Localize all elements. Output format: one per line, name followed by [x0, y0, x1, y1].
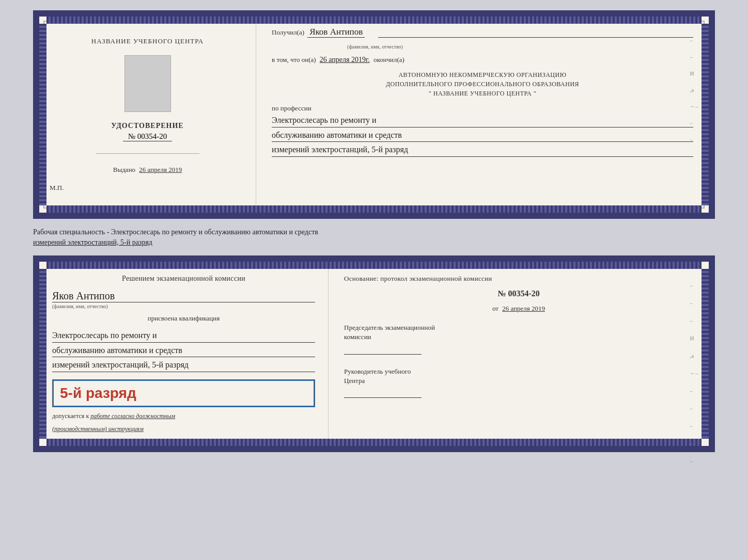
dopusk-line: допускается к работе согласно должностны…	[52, 412, 315, 420]
director-label: Руководитель учебного Центра	[344, 367, 693, 386]
bottom-right-marks: – – – И ,а ←– – – – – –	[690, 282, 699, 464]
border-bottom	[46, 205, 702, 213]
recipient-prefix: Получил(а)	[272, 28, 304, 37]
completion-date: 26 апреля 2019г.	[320, 56, 370, 63]
dopusk-label: допускается к	[52, 412, 89, 420]
osnov-label: Основание: протокол экзаменационной коми…	[344, 275, 693, 283]
komissia-title: Решением экзаменационной комиссии	[52, 275, 315, 283]
recipient-name: Яков Антипов	[307, 27, 365, 38]
cert-number-block: УДОСТОВЕРЕНИЕ № 00354-20	[111, 122, 183, 141]
cert-number: № 00354-20	[123, 132, 173, 141]
ot-line: от 26 апреля 2019	[344, 305, 693, 313]
director-signature-line	[344, 388, 422, 398]
ot-prefix: от	[492, 305, 498, 312]
dopusk-line2: (производственным) инструкциям	[52, 425, 315, 433]
rank-text: 5-й разряд	[60, 385, 136, 401]
prisvoena-label: присвоена квалификация	[52, 314, 315, 323]
right-marks: – – И ,а ←– – –	[690, 37, 699, 142]
profession-line3: измерений электростанций, 5-й разряд	[272, 143, 693, 157]
school-name-left: НАЗВАНИЕ УЧЕБНОГО ЦЕНТРА	[91, 37, 204, 45]
date-suffix: окончил(а)	[373, 56, 404, 63]
issued-date: 26 апреля 2019	[139, 166, 182, 173]
profession-line2: обслуживанию автоматики и средств	[272, 129, 693, 142]
org-block: АВТОНОМНУЮ НЕКОММЕРЧЕСКУЮ ОРГАНИЗАЦИЮ ДО…	[272, 70, 693, 98]
person-block: Яков Антипов (фамилия, имя, отчество)	[52, 290, 315, 309]
ot-date: 26 апреля 2019	[502, 305, 545, 312]
border-bottom-top	[46, 262, 702, 269]
certificate-top: НАЗВАНИЕ УЧЕБНОГО ЦЕНТРА УДОСТОВЕРЕНИЕ №…	[33, 10, 715, 219]
qual-line2: обслуживанию автоматики и средств	[52, 344, 315, 358]
rank-box: 5-й разряд	[52, 379, 315, 407]
recipient-hint: (фамилия, имя, отчество)	[303, 44, 447, 50]
profession-line1: Электрослесарь по ремонту и	[272, 114, 693, 127]
border-left	[39, 24, 46, 205]
issued-label: Выдано	[113, 166, 135, 173]
udost-label: УДОСТОВЕРЕНИЕ	[111, 122, 183, 130]
certificate-bottom: Решением экзаменационной комиссии Яков А…	[33, 255, 715, 452]
middle-line1: Рабочая специальность - Электрослесарь п…	[33, 227, 715, 237]
separator-line	[96, 153, 199, 154]
bottom-right-panel: Основание: протокол экзаменационной коми…	[329, 262, 709, 446]
protocol-num: № 00354-20	[344, 289, 693, 298]
border-bottom-bottom	[46, 439, 702, 446]
qual-line1: Электрослесарь по ремонту и	[52, 329, 315, 343]
chairman-label: Председатель экзаменационной комиссии	[344, 323, 693, 342]
org-line1: АВТОНОМНУЮ НЕКОММЕРЧЕСКУЮ ОРГАНИЗАЦИЮ	[272, 70, 693, 79]
org-line2: ДОПОЛНИТЕЛЬНОГО ПРОФЕССИОНАЛЬНОГО ОБРАЗО…	[272, 79, 693, 89]
recipient-underline	[378, 37, 693, 38]
person-hint: (фамилия, имя, отчество)	[52, 302, 315, 309]
profession-block: по профессии Электрослесарь по ремонту и…	[272, 104, 693, 157]
person-name: Яков Антипов	[52, 290, 115, 301]
mp-label: М.П.	[50, 184, 64, 192]
middle-description: Рабочая специальность - Электрослесарь п…	[33, 227, 715, 247]
dopusk-italic: работе согласно должностным	[90, 412, 175, 420]
qual-line3: измерений электростанций, 5-й разряд	[52, 358, 315, 372]
certificate-right-panel: Получил(а) Яков Антипов (фамилия, имя, о…	[256, 17, 709, 213]
date-line: в том, что он(а) 26 апреля 2019г. окончи…	[272, 56, 693, 64]
border-bottom-left	[39, 269, 46, 439]
border-bottom-right	[702, 269, 709, 439]
dopusk-italic2: (производственным) инструкциям	[52, 425, 144, 433]
chairman-signature-line	[344, 344, 422, 355]
photo-placeholder	[124, 55, 171, 112]
director-block: Руководитель учебного Центра	[344, 367, 693, 400]
issued-line: Выдано 26 апреля 2019	[113, 166, 182, 174]
date-prefix: в том, что он(а)	[272, 56, 316, 63]
recipient-hint-container: (фамилия, имя, отчество)	[303, 44, 447, 50]
chairman-block: Председатель экзаменационной комиссии	[344, 323, 693, 356]
profession-label: по профессии	[272, 104, 311, 112]
org-line3: " НАЗВАНИЕ УЧЕБНОГО ЦЕНТРА "	[272, 89, 693, 98]
middle-line2: измерений электростанций, 5-й разряд	[33, 237, 715, 248]
qualification-block: Электрослесарь по ремонту и обслуживанию…	[52, 328, 315, 372]
bottom-left-panel: Решением экзаменационной комиссии Яков А…	[39, 262, 329, 446]
border-top	[46, 17, 702, 24]
certificate-left-panel: НАЗВАНИЕ УЧЕБНОГО ЦЕНТРА УДОСТОВЕРЕНИЕ №…	[39, 17, 256, 213]
border-right	[702, 24, 709, 205]
recipient-line: Получил(а) Яков Антипов	[272, 27, 693, 38]
